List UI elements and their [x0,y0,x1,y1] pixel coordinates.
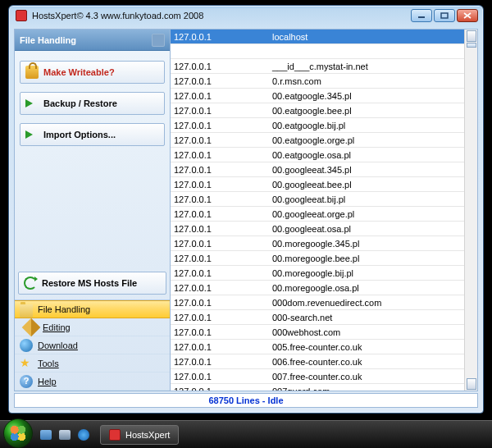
host-cell: 00.moregoogle.345.pl [269,239,477,249]
ip-cell: 127.0.0.1 [171,372,269,382]
svg-rect-1 [441,13,448,18]
hosts-rows[interactable]: 127.0.0.1localhost127.0.0.1___id___c.mys… [171,30,477,391]
scroll-up-button[interactable] [467,30,476,42]
nav-tools-label: Tools [38,359,59,368]
host-cell: 00.eatgoogle.osa.pl [269,150,477,160]
nav-list: File Handling Editing Download ★ Tools ?… [15,299,170,391]
nav-help[interactable]: ? Help [15,373,170,391]
table-row[interactable]: 127.0.0.100.moregoogle.osa.pl [171,281,477,295]
table-row[interactable]: 127.0.0.1000dom.revenuedirect.com [171,295,477,310]
ip-cell: 127.0.0.1 [171,224,269,234]
scroll-down-button[interactable] [467,378,476,390]
taskbar-app-button[interactable]: HostsXpert [100,425,179,445]
ip-cell: 127.0.0.1 [171,150,269,160]
ip-cell: 127.0.0.1 [171,76,269,86]
table-row[interactable]: 127.0.0.1005.free-counter.co.uk [171,340,477,354]
import-options-label: Import Options... [43,130,116,139]
nav-tools[interactable]: ★ Tools [15,354,170,373]
ip-cell: 127.0.0.1 [171,209,269,219]
window-title: HostsXpert© 4.3 www.funkytoad.com 2008 [32,11,411,21]
titlebar[interactable]: HostsXpert© 4.3 www.funkytoad.com 2008 [9,6,483,25]
table-row[interactable]: 127.0.0.100.eatgoogle.osa.pl [171,148,477,162]
hosts-list: 127.0.0.1localhost127.0.0.1___id___c.mys… [171,30,477,391]
panel-collapse-icon[interactable] [152,34,165,47]
taskbar[interactable]: HostsXpert [0,420,492,448]
ip-cell: 127.0.0.1 [171,194,269,204]
table-row[interactable]: 127.0.0.1000-search.net [171,310,477,325]
arrow-right-icon [25,128,39,141]
star-icon: ★ [20,357,33,370]
start-button[interactable] [3,418,33,448]
host-cell: 000-search.net [269,313,477,322]
restore-hosts-button[interactable]: Restore MS Hosts File [18,272,166,295]
host-cell: 007.free-counter.co.uk [269,372,477,382]
ip-cell: 127.0.0.1 [171,268,269,278]
table-row[interactable]: 127.0.0.100.eatgoogle.bee.pl [171,103,477,118]
maximize-button[interactable] [434,9,455,22]
quick-launch [38,427,92,443]
table-row[interactable]: 127.0.0.10.r.msn.com [171,74,477,89]
ip-cell: 127.0.0.1 [171,357,269,367]
table-row[interactable]: 127.0.0.100.moregoogle.bij.pl [171,266,477,281]
nav-download[interactable]: Download [15,336,170,354]
app-icon [16,10,27,21]
host-cell: ___id___c.mystat-in.net [269,62,477,71]
backup-restore-label: Backup / Restore [43,98,117,108]
table-row[interactable]: 127.0.0.100.googleeat.orge.pl [171,207,477,222]
scroll-thumb[interactable] [467,43,476,48]
nav-editing[interactable]: Editing [15,318,170,336]
table-row[interactable]: 127.0.0.1007guard.com [171,384,477,391]
ql-switch-windows[interactable] [57,427,73,443]
host-cell: 005.free-counter.co.uk [269,342,477,352]
make-writeable-button[interactable]: Make Writeable? [20,61,165,84]
help-icon: ? [20,375,33,388]
ip-cell: 127.0.0.1 [171,254,269,263]
ql-ie[interactable] [75,427,92,443]
table-row[interactable]: 127.0.0.100.moregoogle.345.pl [171,236,477,251]
host-cell: 00.moregoogle.bij.pl [269,268,477,278]
host-cell: 00.eatgoogle.bij.pl [269,121,477,130]
table-row[interactable]: 127.0.0.100.googleeat.345.pl [171,162,477,177]
ip-cell: 127.0.0.1 [171,91,269,101]
status-bar: 68750 Lines - Idle [14,393,478,408]
nav-file-handling[interactable]: File Handling [15,300,170,318]
host-cell: localhost [269,32,477,42]
lock-icon [25,66,39,79]
table-row[interactable]: 127.0.0.1000webhost.com [171,325,477,340]
table-row[interactable]: 127.0.0.100.googleeat.bij.pl [171,192,477,207]
nav-file-label: File Handling [38,304,90,314]
host-cell: 000webhost.com [269,327,477,337]
svg-rect-0 [418,16,425,18]
ip-cell: 127.0.0.1 [171,135,269,145]
ql-show-desktop[interactable] [38,427,54,443]
ip-cell: 127.0.0.1 [171,121,269,130]
minimize-button[interactable] [411,9,432,22]
table-row[interactable]: 127.0.0.100.eatgoogle.bij.pl [171,118,477,133]
backup-restore-button[interactable]: Backup / Restore [20,92,165,115]
taskbar-app-icon [109,429,121,441]
vertical-scrollbar[interactable] [464,30,477,391]
pencil-icon [22,318,41,336]
nav-help-label: Help [38,377,57,386]
host-cell: 00.moregoogle.osa.pl [269,283,477,293]
table-row[interactable]: 127.0.0.100.googleeat.osa.pl [171,222,477,236]
table-row[interactable] [171,44,477,59]
folder-icon [20,304,33,318]
table-row[interactable]: 127.0.0.100.googleeat.bee.pl [171,177,477,192]
ip-cell: 127.0.0.1 [171,32,269,42]
client-area: File Handling Make Writeable? Backup / R… [14,29,478,391]
ip-cell: 127.0.0.1 [171,386,269,391]
close-button[interactable] [457,9,478,22]
ip-cell: 127.0.0.1 [171,180,269,190]
table-row[interactable]: 127.0.0.1007.free-counter.co.uk [171,369,477,384]
table-row[interactable]: 127.0.0.1localhost [171,30,477,44]
import-options-button[interactable]: Import Options... [20,123,165,146]
taskbar-app-label: HostsXpert [125,430,170,440]
table-row[interactable]: 127.0.0.1___id___c.mystat-in.net [171,59,477,74]
table-row[interactable]: 127.0.0.100.moregoogle.bee.pl [171,251,477,266]
app-window: HostsXpert© 4.3 www.funkytoad.com 2008 F… [8,5,484,414]
table-row[interactable]: 127.0.0.100.eatgoogle.orge.pl [171,133,477,148]
table-row[interactable]: 127.0.0.100.eatgoogle.345.pl [171,89,477,103]
table-row[interactable]: 127.0.0.1006.free-counter.co.uk [171,354,477,369]
globe-icon [20,339,33,352]
